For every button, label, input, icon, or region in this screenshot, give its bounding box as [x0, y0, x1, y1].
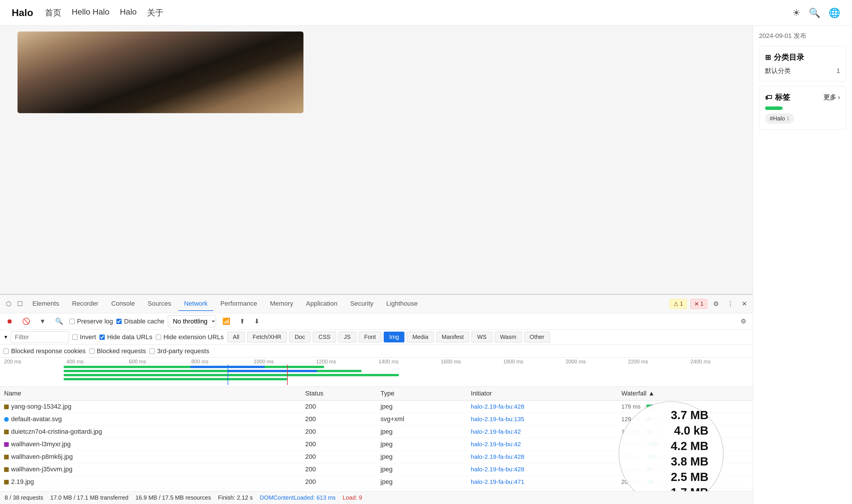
devtools-statusbar: 8 / 38 requests 17.0 MB / 17.1 MB transf…	[0, 491, 753, 504]
filter-wasm[interactable]: Wasm	[495, 331, 522, 342]
filter-all[interactable]: All	[227, 331, 245, 342]
table-row[interactable]: duietczn7o4-cristina-gottardi.jpg 200 jp…	[0, 426, 753, 438]
sun-icon[interactable]: ☀	[792, 7, 801, 18]
hide-data-urls-label[interactable]: Hide data URLs	[100, 334, 152, 341]
filter-img[interactable]: Img	[384, 331, 404, 342]
import-button[interactable]: ⬇	[251, 316, 262, 327]
blocked-cookies-checkbox[interactable]	[3, 348, 9, 354]
filter-font[interactable]: Font	[359, 331, 381, 342]
filter-toggle-button[interactable]: ▼	[36, 316, 49, 327]
close-icon[interactable]: ✕	[739, 298, 749, 310]
devtools-filter-row: ▼ Invert Hide data URLs Hide extension U…	[0, 329, 753, 345]
green-indicator	[765, 106, 840, 110]
col-name[interactable]: Name	[0, 387, 301, 400]
tab-performance[interactable]: Performance	[214, 297, 263, 311]
invert-label[interactable]: Invert	[72, 334, 96, 341]
timeline-ruler: 200 ms 400 ms 600 ms 800 ms 1000 ms 1200…	[0, 359, 753, 365]
warning-badge[interactable]: ⚠ 1	[670, 299, 687, 309]
status-load: Load: 9	[342, 494, 362, 501]
disable-cache-checkbox[interactable]	[117, 319, 122, 324]
tab-security[interactable]: Security	[344, 297, 379, 311]
hide-extension-urls-label[interactable]: Hide extension URLs	[156, 334, 224, 341]
filter-other[interactable]: Other	[524, 331, 550, 342]
filter-input[interactable]	[11, 331, 69, 343]
hide-data-urls-checkbox[interactable]	[100, 335, 105, 340]
throttle-select[interactable]: No throttling	[168, 315, 216, 327]
third-party-label[interactable]: 3rd-party requests	[149, 347, 209, 355]
tab-memory[interactable]: Memory	[264, 297, 299, 311]
tags-section: 🏷 标签 更多 › #Halo1	[759, 86, 846, 130]
devtools-tab-right: ⚠ 1 ✕ 1 ⚙ ⋮ ✕	[670, 298, 749, 310]
error-badge[interactable]: ✕ 1	[690, 299, 707, 309]
blocked-requests-label[interactable]: Blocked requests	[89, 347, 146, 355]
categories-title: ⊞ 分类目录	[765, 52, 840, 62]
disable-cache-label[interactable]: Disable cache	[117, 318, 164, 325]
more-icon[interactable]: ⋮	[725, 298, 736, 310]
invert-checkbox[interactable]	[72, 335, 77, 340]
tab-elements[interactable]: Elements	[26, 297, 65, 311]
devtools-inspector-icon[interactable]: ⬡	[3, 298, 14, 310]
blocked-cookies-label[interactable]: Blocked response cookies	[3, 347, 86, 355]
tab-recorder[interactable]: Recorder	[66, 297, 104, 311]
timeline-bars	[4, 364, 749, 385]
table-row[interactable]: default-avatar.svg 200 svg+xml halo-2.19…	[0, 413, 753, 426]
tab-sources[interactable]: Sources	[142, 297, 177, 311]
tab-network[interactable]: Network	[178, 297, 214, 311]
search-button[interactable]: 🔍	[52, 316, 66, 327]
timeline-bar-green-4	[64, 378, 287, 380]
filter-fetch-xhr[interactable]: Fetch/XHR	[247, 331, 287, 342]
col-status[interactable]: Status	[301, 387, 376, 400]
table-row[interactable]: wallhaven-l3myxr.jpg 200 jpeg halo-2.19-…	[0, 438, 753, 451]
col-waterfall[interactable]: Waterfall ▲	[617, 387, 753, 400]
table-row[interactable]: wallhaven-p8mk6j.jpg 200 jpeg halo-2.19-…	[0, 451, 753, 463]
export-button[interactable]: ⬆	[237, 316, 248, 327]
nav-link-about[interactable]: 关于	[147, 7, 163, 18]
preserve-log-checkbox[interactable]	[69, 319, 75, 324]
settings-toolbar-icon[interactable]: ⚙	[738, 316, 749, 327]
devtools-filter-row2: Blocked response cookies Blocked request…	[0, 345, 753, 358]
hide-extension-urls-checkbox[interactable]	[156, 335, 161, 340]
tab-application[interactable]: Application	[300, 297, 343, 311]
blocked-requests-checkbox[interactable]	[89, 348, 94, 354]
devtools-toolbar: ⏺ 🚫 ▼ 🔍 Preserve log Disable cache No th…	[0, 313, 753, 329]
table-row[interactable]: yang-song-15342.jpg 200 jpeg halo-2.19-f…	[0, 400, 753, 413]
sidebar-date: 2024-09-01 发布	[759, 32, 846, 40]
nav-link-hello[interactable]: Hello Halo	[72, 7, 109, 18]
default-category-count: 1	[836, 67, 840, 75]
filter-doc[interactable]: Doc	[289, 331, 311, 342]
tags-more[interactable]: 更多 ›	[823, 93, 840, 102]
devtools-table-wrap[interactable]: Name Status Type Initiator Waterfall ▲ y…	[0, 387, 753, 491]
tab-console[interactable]: Console	[105, 297, 141, 311]
search-icon[interactable]: 🔍	[809, 7, 820, 18]
default-category-label: 默认分类	[765, 67, 791, 75]
nav-link-halo[interactable]: Halo	[120, 7, 137, 18]
tag-chip-halo[interactable]: #Halo1	[765, 113, 794, 124]
devtools-device-icon[interactable]: ☐	[15, 298, 25, 310]
top-navigation: Halo 首页 Hello Halo Halo 关于 ☀ 🔍 🌐	[0, 0, 852, 26]
filter-css[interactable]: CSS	[313, 331, 336, 342]
status-resources: 16.9 MB / 17.5 MB resources	[136, 494, 211, 501]
globe-icon[interactable]: 🌐	[829, 7, 840, 18]
filter-js[interactable]: JS	[338, 331, 356, 342]
main-content: ⬡ ☐ Elements Recorder Console Sources Ne…	[0, 26, 852, 504]
filter-media[interactable]: Media	[407, 331, 433, 342]
tab-lighthouse[interactable]: Lighthouse	[380, 297, 424, 311]
table-row[interactable]: wallhaven-j35vvm.jpg 200 jpeg halo-2.19-…	[0, 463, 753, 476]
filter-ws[interactable]: WS	[472, 331, 492, 342]
record-button[interactable]: ⏺	[3, 316, 16, 327]
filter-manifest[interactable]: Manifest	[436, 331, 469, 342]
table-row[interactable]: 2.19.jpg 200 jpeg halo-2.19-fa-bu:471 20…	[0, 476, 753, 488]
settings-icon[interactable]: ⚙	[711, 298, 721, 310]
status-requests: 8 / 38 requests	[5, 494, 43, 501]
clear-button[interactable]: 🚫	[19, 316, 33, 327]
nav-link-home[interactable]: 首页	[45, 7, 61, 18]
devtools-panel: ⬡ ☐ Elements Recorder Console Sources Ne…	[0, 294, 753, 504]
col-type[interactable]: Type	[376, 387, 467, 400]
type-filter-buttons: All Fetch/XHR Doc CSS JS Font Img Media …	[227, 331, 550, 342]
col-initiator[interactable]: Initiator	[467, 387, 617, 400]
timeline-vertical-blue	[228, 364, 228, 385]
preserve-log-label[interactable]: Preserve log	[69, 318, 113, 325]
filter-icon: ▼	[3, 335, 8, 340]
network-conditions-icon[interactable]: 📶	[219, 316, 233, 327]
third-party-checkbox[interactable]	[149, 348, 155, 354]
